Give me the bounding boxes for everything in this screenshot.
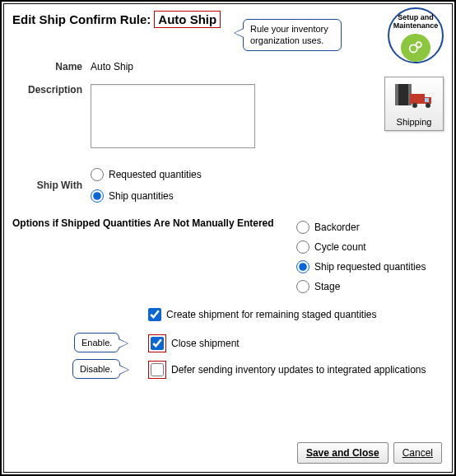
setup-maintenance-label: Setup and Maintenance (389, 14, 442, 30)
callout-enable-text: Enable. (81, 338, 112, 348)
svg-rect-6 (425, 98, 429, 102)
callout-rule-usage: Rule your inventory organization uses. (243, 19, 342, 51)
svg-point-8 (426, 103, 430, 108)
description-textarea[interactable] (91, 84, 255, 148)
checkbox-defer-updates-label: Defer sending inventory updates to integ… (171, 364, 426, 376)
page-title-rule-name: Auto Ship (154, 11, 221, 28)
checkbox-create-remaining-label: Create shipment for remaining staged qua… (166, 309, 376, 320)
highlight-defer-updates (148, 361, 166, 379)
svg-rect-4 (410, 94, 425, 104)
name-value: Auto Ship (91, 61, 133, 72)
radio-backorder[interactable] (296, 221, 309, 234)
page-title-prefix: Edit Ship Confirm Rule: (12, 12, 151, 26)
cancel-button[interactable]: Cancel (393, 442, 442, 464)
shipping-tile[interactable]: Shipping (384, 77, 444, 131)
svg-point-7 (412, 103, 417, 108)
highlight-close-shipment (148, 334, 166, 352)
radio-ship-quantities[interactable] (91, 189, 104, 203)
radio-stage[interactable] (296, 280, 309, 293)
radio-backorder-label: Backorder (314, 222, 360, 233)
svg-point-1 (416, 42, 421, 47)
description-label: Description (12, 84, 91, 96)
truck-icon (393, 82, 435, 114)
radio-cycle-count[interactable] (296, 240, 309, 254)
radio-requested-quantities[interactable] (91, 168, 104, 181)
checkbox-create-remaining[interactable] (148, 308, 161, 321)
shipping-label: Shipping (387, 117, 441, 127)
checkbox-close-shipment-label: Close shipment (171, 338, 240, 349)
checkbox-close-shipment[interactable] (151, 337, 164, 350)
ship-with-label: Ship With (12, 180, 91, 191)
gears-icon (401, 34, 430, 62)
radio-stage-label: Stage (314, 281, 340, 292)
radio-ship-label: Ship quantities (109, 190, 174, 202)
setup-maintenance-badge[interactable]: Setup and Maintenance (388, 7, 444, 63)
callout-disable: Disable. (72, 359, 120, 379)
svg-rect-3 (398, 84, 408, 105)
checkbox-defer-updates[interactable] (151, 363, 164, 376)
save-and-close-button[interactable]: Save and Close (297, 442, 389, 464)
callout-rule-usage-text: Rule your inventory organization uses. (250, 24, 328, 45)
radio-cycle-label: Cycle count (314, 241, 366, 253)
radio-ship-requested-label: Ship requested quantities (314, 261, 426, 273)
callout-enable: Enable. (74, 333, 119, 352)
name-label: Name (12, 61, 91, 72)
radio-ship-requested[interactable] (296, 260, 309, 273)
radio-requested-label: Requested quantities (109, 169, 202, 180)
callout-disable-text: Disable. (80, 364, 113, 374)
